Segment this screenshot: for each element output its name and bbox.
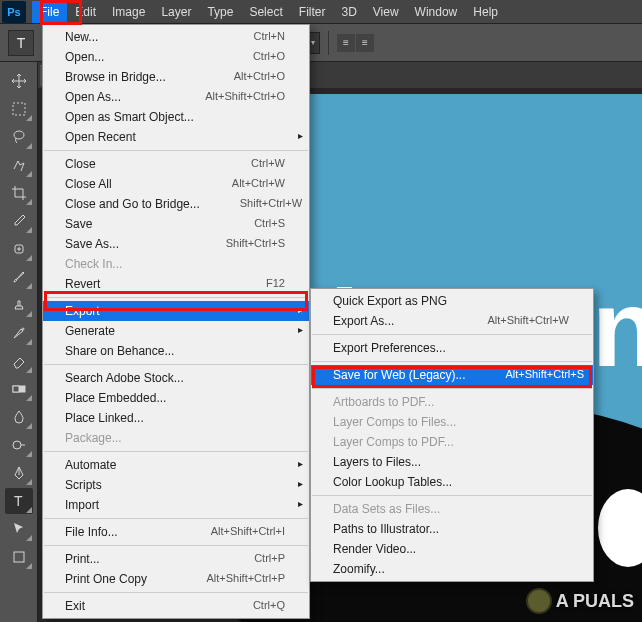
menu-item[interactable]: Close AllAlt+Ctrl+W <box>43 174 309 194</box>
menu-item[interactable]: Save for Web (Legacy)...Alt+Shift+Ctrl+S <box>311 365 593 385</box>
rectangle-tool[interactable] <box>5 544 33 570</box>
marquee-tool[interactable] <box>5 96 33 122</box>
menu-item[interactable]: Place Embedded... <box>43 388 309 408</box>
menu-item[interactable]: Close and Go to Bridge...Shift+Ctrl+W <box>43 194 309 214</box>
type-tool[interactable]: T <box>5 488 33 514</box>
svg-rect-6 <box>13 386 19 392</box>
menu-item[interactable]: Scripts <box>43 475 309 495</box>
menu-item-label: Save <box>65 217 92 231</box>
menu-image[interactable]: Image <box>104 1 153 23</box>
svg-point-2 <box>14 131 24 139</box>
quick-select-tool[interactable] <box>5 152 33 178</box>
menu-file[interactable]: File <box>32 1 67 23</box>
separator <box>328 31 329 55</box>
pen-tool[interactable] <box>5 460 33 486</box>
menu-item-label: Check In... <box>65 257 122 271</box>
menu-item[interactable]: Import <box>43 495 309 515</box>
menu-item[interactable]: CloseCtrl+W <box>43 154 309 174</box>
eraser-tool[interactable] <box>5 348 33 374</box>
menu-item[interactable]: Layers to Files... <box>311 452 593 472</box>
watermark-badge-icon <box>526 588 552 614</box>
menu-item-label: Layer Comps to Files... <box>333 415 456 429</box>
menu-item: Check In... <box>43 254 309 274</box>
menu-item[interactable]: Open As...Alt+Shift+Ctrl+O <box>43 87 309 107</box>
move-tool[interactable] <box>5 68 33 94</box>
menu-item-label: Open... <box>65 50 104 64</box>
menu-item[interactable]: Automate <box>43 455 309 475</box>
menu-item[interactable]: Zoomify... <box>311 559 593 579</box>
menu-item[interactable]: Generate <box>43 321 309 341</box>
menu-select[interactable]: Select <box>241 1 290 23</box>
history-brush-tool[interactable] <box>5 320 33 346</box>
menu-item[interactable]: File Info...Alt+Shift+Ctrl+I <box>43 522 309 542</box>
menu-item[interactable]: Search Adobe Stock... <box>43 368 309 388</box>
menu-item[interactable]: Paths to Illustrator... <box>311 519 593 539</box>
brush-tool[interactable] <box>5 264 33 290</box>
menu-item[interactable]: Render Video... <box>311 539 593 559</box>
menu-item-label: Print One Copy <box>65 572 147 586</box>
menu-item-shortcut: Alt+Ctrl+W <box>232 177 285 191</box>
menu-item[interactable]: Print...Ctrl+P <box>43 549 309 569</box>
menu-item-label: Quick Export as PNG <box>333 294 447 308</box>
menu-help[interactable]: Help <box>465 1 506 23</box>
menu-item-label: Artboards to PDF... <box>333 395 434 409</box>
menu-item: Layer Comps to Files... <box>311 412 593 432</box>
lasso-tool[interactable] <box>5 124 33 150</box>
menu-item-label: Data Sets as Files... <box>333 502 440 516</box>
menu-item-label: Revert <box>65 277 100 291</box>
clone-stamp-tool[interactable] <box>5 292 33 318</box>
menu-item-shortcut: Shift+Ctrl+W <box>240 197 302 211</box>
menu-item-label: File Info... <box>65 525 118 539</box>
menu-item: Artboards to PDF... <box>311 392 593 412</box>
menu-item[interactable]: Save As...Shift+Ctrl+S <box>43 234 309 254</box>
menu-item[interactable]: Export As...Alt+Shift+Ctrl+W <box>311 311 593 331</box>
path-select-tool[interactable] <box>5 516 33 542</box>
menu-item-label: Open As... <box>65 90 121 104</box>
eyedropper-tool[interactable] <box>5 208 33 234</box>
menu-item[interactable]: Browse in Bridge...Alt+Ctrl+O <box>43 67 309 87</box>
menubar: FileEditImageLayerTypeSelectFilter3DView… <box>32 1 506 23</box>
menu-item-label: Close All <box>65 177 112 191</box>
menu-item[interactable]: Print One CopyAlt+Shift+Ctrl+P <box>43 569 309 589</box>
menu-item-label: Search Adobe Stock... <box>65 371 184 385</box>
menu-item-label: Place Linked... <box>65 411 144 425</box>
menu-item-shortcut: Alt+Shift+Ctrl+S <box>506 368 585 382</box>
menu-item[interactable]: Quick Export as PNG <box>311 291 593 311</box>
menu-item[interactable]: Open Recent <box>43 127 309 147</box>
menu-item[interactable]: Color Lookup Tables... <box>311 472 593 492</box>
file-menu-dropdown: New...Ctrl+NOpen...Ctrl+OBrowse in Bridg… <box>42 24 310 619</box>
menu-item-shortcut: Shift+Ctrl+S <box>226 237 285 251</box>
svg-text:T: T <box>14 493 23 509</box>
menu-item[interactable]: Export Preferences... <box>311 338 593 358</box>
menu-item[interactable]: Place Linked... <box>43 408 309 428</box>
menu-item[interactable]: Share on Behance... <box>43 341 309 361</box>
align-center-button[interactable]: ≡ <box>356 34 374 52</box>
text-align-group: ≡ ≡ <box>337 34 374 52</box>
menu-item-label: Share on Behance... <box>65 344 174 358</box>
crop-tool[interactable] <box>5 180 33 206</box>
menu-layer[interactable]: Layer <box>153 1 199 23</box>
blur-tool[interactable] <box>5 404 33 430</box>
gradient-tool[interactable] <box>5 376 33 402</box>
menu-type[interactable]: Type <box>199 1 241 23</box>
menu-item[interactable]: Open as Smart Object... <box>43 107 309 127</box>
align-left-button[interactable]: ≡ <box>337 34 355 52</box>
menu-item[interactable]: Open...Ctrl+O <box>43 47 309 67</box>
menu-item[interactable]: SaveCtrl+S <box>43 214 309 234</box>
menu-item-label: Open as Smart Object... <box>65 110 194 124</box>
menu-view[interactable]: View <box>365 1 407 23</box>
menu-edit[interactable]: Edit <box>67 1 104 23</box>
menu-item[interactable]: New...Ctrl+N <box>43 27 309 47</box>
menu-item[interactable]: RevertF12 <box>43 274 309 294</box>
menu-item-label: Exit <box>65 599 85 613</box>
menu-window[interactable]: Window <box>407 1 466 23</box>
menu-item: Package... <box>43 428 309 448</box>
healing-brush-tool[interactable] <box>5 236 33 262</box>
menu-item[interactable]: Export <box>43 301 309 321</box>
svg-point-7 <box>13 441 21 449</box>
menu-filter[interactable]: Filter <box>291 1 334 23</box>
menu-3d[interactable]: 3D <box>333 1 364 23</box>
menu-item[interactable]: ExitCtrl+Q <box>43 596 309 616</box>
dodge-tool[interactable] <box>5 432 33 458</box>
tool-preset-picker[interactable]: T <box>8 30 34 56</box>
